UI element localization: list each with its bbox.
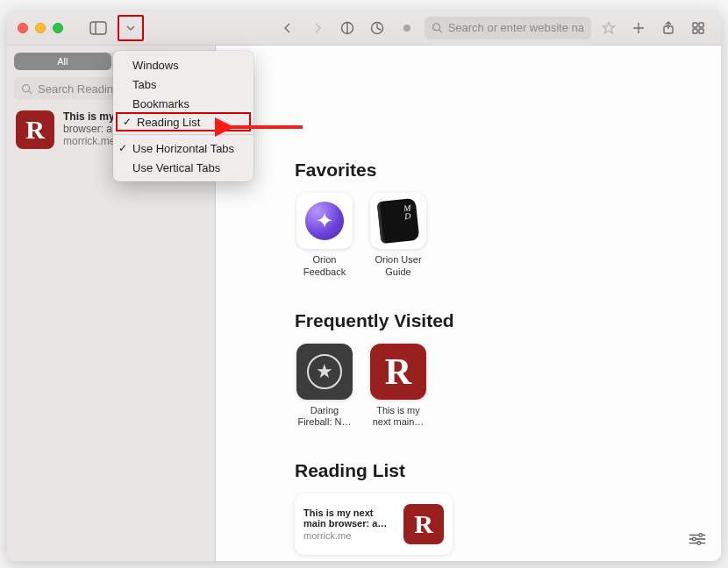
- orion-icon: ✦: [305, 202, 344, 240]
- svg-rect-0: [90, 22, 106, 34]
- overview-icon[interactable]: [686, 17, 710, 39]
- forward-button[interactable]: [305, 17, 330, 39]
- reload-icon[interactable]: [395, 17, 419, 39]
- share-icon[interactable]: [656, 17, 681, 39]
- freq-label: This is my next main…: [368, 405, 428, 430]
- svg-line-17: [29, 90, 32, 93]
- menu-bookmarks[interactable]: Bookmarks: [113, 94, 253, 113]
- svg-point-16: [23, 84, 30, 91]
- favorites-heading: Favorites: [295, 160, 686, 181]
- url-input[interactable]: Search or enter website na: [425, 17, 591, 39]
- svg-point-4: [403, 25, 410, 32]
- search-icon: [432, 22, 443, 33]
- menu-windows[interactable]: Windows: [113, 55, 253, 75]
- card-title: This is my next main browser: a…: [303, 508, 395, 529]
- star-icon[interactable]: [596, 17, 621, 39]
- freq-label: Daring Fireball: N…: [295, 405, 354, 430]
- site-thumbnail: ★: [296, 344, 353, 400]
- svg-point-5: [433, 24, 440, 31]
- site-favicon: R: [403, 504, 444, 544]
- maximize-icon[interactable]: [53, 23, 63, 33]
- readinglist-heading: Reading List: [295, 460, 686, 481]
- svg-marker-7: [603, 22, 615, 33]
- site-favicon: R: [16, 110, 54, 149]
- url-placeholder: Search or enter website na: [448, 21, 584, 34]
- browser-window: Search or enter website na All Unread: [7, 11, 721, 561]
- favorites-grid: ✦ Orion Feedback Orion User Guide: [295, 193, 686, 279]
- sidebar-toggle-button[interactable]: [86, 17, 111, 39]
- card-host: morrick.me: [303, 530, 395, 541]
- close-icon[interactable]: [18, 23, 28, 33]
- frequently-grid: ★ Daring Fireball: N… R This is my next …: [295, 344, 686, 430]
- favorite-orion-guide[interactable]: Orion User Guide: [368, 193, 428, 279]
- svg-rect-12: [693, 23, 697, 27]
- svg-point-21: [693, 537, 696, 541]
- favorite-label: Orion User Guide: [368, 254, 428, 279]
- search-icon: [21, 83, 32, 95]
- menu-horizontal-tabs[interactable]: ✓ Use Horizontal Tabs: [113, 138, 253, 158]
- menu-vertical-tabs[interactable]: Use Vertical Tabs: [113, 158, 253, 177]
- svg-point-23: [697, 542, 701, 545]
- svg-rect-13: [699, 23, 703, 27]
- menu-tabs[interactable]: Tabs: [113, 75, 253, 94]
- svg-line-6: [439, 30, 442, 32]
- titlebar: Search or enter website na: [7, 11, 721, 46]
- sidebar-menu-highlight: [118, 15, 144, 41]
- freq-morrick[interactable]: R This is my next main…: [368, 344, 428, 430]
- filter-all[interactable]: All: [14, 53, 111, 70]
- site-thumbnail: R: [370, 344, 426, 400]
- minimize-icon[interactable]: [35, 23, 46, 33]
- freq-daring-fireball[interactable]: ★ Daring Fireball: N…: [295, 344, 354, 430]
- extensions-icon[interactable]: [365, 17, 389, 39]
- svg-rect-15: [699, 29, 703, 33]
- favorite-label: Orion Feedback: [295, 254, 354, 279]
- new-tab-button[interactable]: [626, 17, 651, 39]
- check-icon: ✓: [118, 142, 127, 154]
- window-controls: [18, 23, 63, 33]
- readinglist-card[interactable]: This is my next main browser: a… morrick…: [295, 493, 453, 555]
- svg-rect-14: [693, 29, 697, 33]
- svg-point-19: [699, 534, 703, 537]
- frequently-heading: Frequently Visited: [295, 310, 686, 331]
- favorite-orion-feedback[interactable]: ✦ Orion Feedback: [295, 193, 354, 279]
- shield-icon[interactable]: [335, 17, 360, 39]
- book-icon: [377, 198, 420, 244]
- back-button[interactable]: [275, 17, 300, 39]
- sidebar-menu-button[interactable]: [121, 17, 140, 39]
- startpage-settings-button[interactable]: [688, 531, 707, 550]
- annotation-arrow: [215, 114, 311, 140]
- check-icon: ✓: [123, 116, 132, 128]
